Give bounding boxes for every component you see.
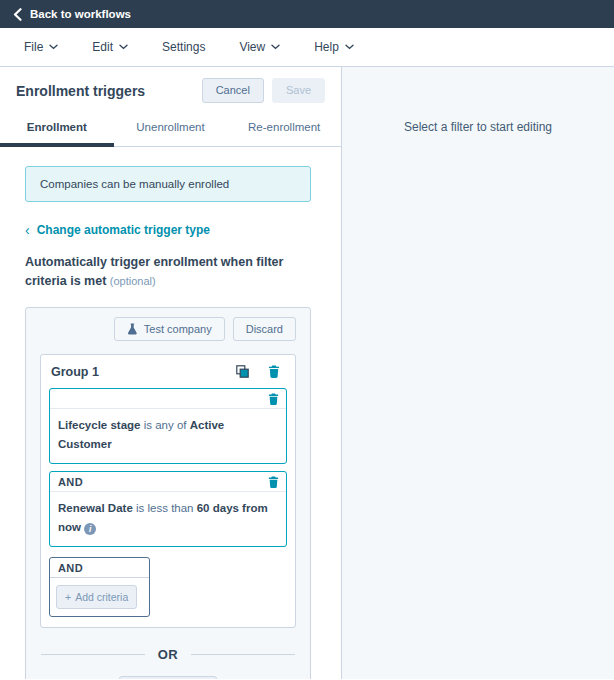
next-condition-strip: AND xyxy=(50,558,149,578)
menu-file-label: File xyxy=(24,40,43,54)
chevron-down-icon xyxy=(271,44,280,50)
clone-group-button[interactable] xyxy=(236,365,249,378)
change-trigger-type-label: Change automatic trigger type xyxy=(37,223,210,237)
chevron-left-icon xyxy=(13,8,22,21)
filter-operator: is any of xyxy=(144,419,187,431)
or-divider: OR xyxy=(41,647,295,662)
back-label: Back to workflows xyxy=(30,8,131,20)
add-criteria-inline-label: Add criteria xyxy=(75,591,128,603)
filter-summary: Renewal Date is less than 60 days from n… xyxy=(50,492,286,546)
divider-line xyxy=(41,654,145,655)
filter-panel: Test company Discard Group 1 xyxy=(25,307,311,679)
flask-icon xyxy=(127,323,138,335)
add-criteria-row: +Add criteria xyxy=(40,676,296,679)
menu-help[interactable]: Help xyxy=(314,40,354,54)
chevron-left-icon: ‹ xyxy=(25,225,30,235)
menu-settings[interactable]: Settings xyxy=(162,40,205,54)
filter-card-strip: AND xyxy=(50,472,286,492)
menu-edit-label: Edit xyxy=(92,40,113,54)
menu-edit[interactable]: Edit xyxy=(92,40,128,54)
filter-card-strip xyxy=(50,389,286,409)
editor-content: Companies can be manually enrolled ‹ Cha… xyxy=(0,147,341,679)
heading-optional: (optional) xyxy=(110,275,156,287)
connector-label: AND xyxy=(58,562,83,574)
trash-icon xyxy=(268,476,279,491)
panel-header: Enrollment triggers Cancel Save xyxy=(0,67,341,112)
filter-group: Group 1 xyxy=(40,354,296,628)
menu-view-label: View xyxy=(239,40,265,54)
add-criteria-button-inline[interactable]: +Add criteria xyxy=(56,585,137,609)
tab-enrollment[interactable]: Enrollment xyxy=(0,112,114,147)
chevron-down-icon xyxy=(49,44,58,50)
page-title: Enrollment triggers xyxy=(16,83,145,99)
chevron-down-icon xyxy=(345,44,354,50)
panel-actions: Test company Discard xyxy=(40,317,296,341)
connector-label: AND xyxy=(58,476,83,488)
test-company-label: Test company xyxy=(144,323,212,335)
group-title: Group 1 xyxy=(51,365,99,379)
info-icon: i xyxy=(84,523,96,535)
trigger-tabs: Enrollment Unenrollment Re-enrollment xyxy=(0,112,341,147)
add-criteria-button[interactable]: +Add criteria xyxy=(119,676,217,679)
group-header: Group 1 xyxy=(49,362,287,388)
filter-property: Renewal Date xyxy=(58,502,133,514)
filter-card-lifecycle-stage[interactable]: Lifecycle stage is any of Active Custome… xyxy=(49,388,287,464)
chevron-down-icon xyxy=(119,44,128,50)
manual-enrollment-alert: Companies can be manually enrolled xyxy=(25,166,311,202)
save-button[interactable]: Save xyxy=(272,78,325,103)
test-company-button[interactable]: Test company xyxy=(114,317,225,341)
tab-re-enrollment[interactable]: Re-enrollment xyxy=(227,112,341,147)
delete-group-button[interactable] xyxy=(268,365,280,378)
next-condition-card: AND +Add criteria xyxy=(49,557,150,617)
tab-unenrollment[interactable]: Unenrollment xyxy=(114,112,228,147)
enrollment-triggers-panel: Enrollment triggers Cancel Save Enrollme… xyxy=(0,67,341,679)
change-trigger-type-link[interactable]: ‹ Change automatic trigger type xyxy=(25,223,311,237)
app-window: Back to workflows File Edit Settings Vie… xyxy=(0,0,614,679)
back-to-workflows-button[interactable]: Back to workflows xyxy=(13,8,131,21)
or-label: OR xyxy=(158,647,179,662)
menu-view[interactable]: View xyxy=(239,40,280,54)
menu-settings-label: Settings xyxy=(162,40,205,54)
filter-operator: is less than xyxy=(136,502,194,514)
top-bar: Back to workflows xyxy=(0,0,614,28)
empty-state-text: Select a filter to start editing xyxy=(342,120,614,134)
delete-filter-button[interactable] xyxy=(268,393,279,405)
section-heading: Automatically trigger enrollment when fi… xyxy=(25,253,311,292)
plus-icon: + xyxy=(65,591,71,603)
copy-icon xyxy=(236,366,249,381)
menu-help-label: Help xyxy=(314,40,339,54)
trash-icon xyxy=(268,366,280,381)
divider-line xyxy=(191,654,295,655)
trash-icon xyxy=(268,393,279,408)
discard-button[interactable]: Discard xyxy=(233,317,296,341)
delete-filter-button[interactable] xyxy=(268,476,279,488)
cancel-button[interactable]: Cancel xyxy=(202,78,264,103)
filter-card-renewal-date[interactable]: AND Renewal Date is less than xyxy=(49,471,287,547)
filter-editor-panel: Select a filter to start editing xyxy=(341,67,614,679)
menu-bar: File Edit Settings View Help xyxy=(0,28,614,67)
menu-file[interactable]: File xyxy=(24,40,58,54)
filter-summary: Lifecycle stage is any of Active Custome… xyxy=(50,409,286,463)
filter-property: Lifecycle stage xyxy=(58,419,140,431)
